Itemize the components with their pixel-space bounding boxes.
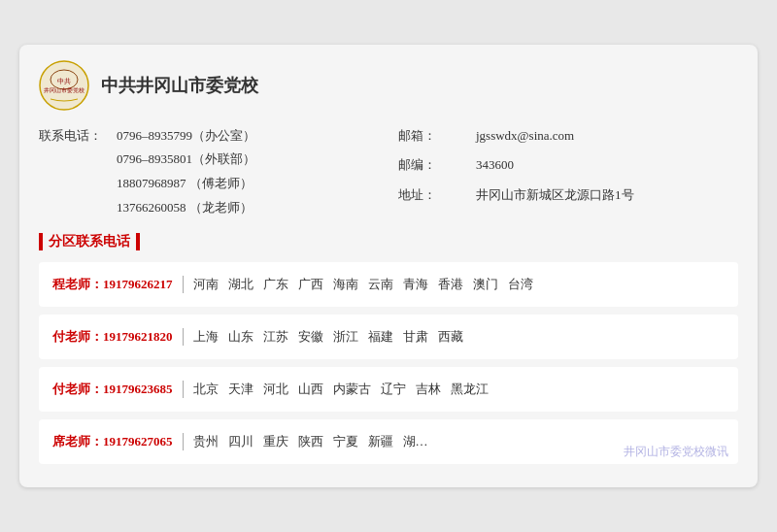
postcode-row: 邮编： 343600 [398, 153, 738, 178]
region-area-item: 海南 [333, 276, 358, 293]
region-area-item: 黑龙江 [451, 381, 489, 398]
phone-ext1-value: 0796–8935801（外联部） [117, 148, 255, 172]
address-row: 地址： 井冈山市新城区龙源口路1号 [398, 183, 738, 208]
phone-ext3-value: 13766260058 （龙老师） [117, 196, 253, 220]
region-area-item: 北京 [193, 381, 219, 398]
region-area-item: 天津 [228, 381, 253, 398]
section-title: 分区联系电话 [49, 233, 130, 250]
region-teacher: 付老师：19179623685 [52, 381, 173, 398]
region-area-item: 新疆 [368, 433, 393, 450]
region-area-item: 山东 [228, 328, 253, 346]
region-area-item: 甘肃 [403, 328, 428, 346]
region-area-item: 陕西 [298, 433, 323, 450]
region-area-item: 山西 [298, 381, 323, 398]
address-value: 井冈山市新城区龙源口路1号 [476, 183, 634, 208]
phone-main-value: 0796–8935799（办公室） [117, 124, 255, 149]
phone-label: 联系电话： [39, 124, 117, 149]
region-area-item: 贵州 [193, 433, 219, 450]
region-area-item: 上海 [193, 328, 219, 346]
postcode-label: 邮编： [398, 153, 476, 178]
region-area-item: 西藏 [438, 328, 463, 346]
contact-grid: 联系电话： 0796–8935799（办公室） 0796–8935801（外联部… [39, 124, 738, 220]
region-area-item: 澳门 [473, 276, 498, 293]
email-value: jgsswdx@sina.com [476, 124, 574, 149]
region-teacher: 程老师：19179626217 [52, 276, 173, 293]
region-area-item: 内蒙古 [333, 381, 371, 398]
region-area-item: 福建 [368, 328, 393, 346]
svg-text:中共: 中共 [57, 78, 71, 85]
region-areas: 北京天津河北山西内蒙古辽宁吉林黑龙江 [193, 381, 489, 398]
region-areas: 贵州四川重庆陕西宁夏新疆湖… [193, 433, 428, 450]
region-divider-icon [183, 381, 184, 398]
contact-right: 邮箱： jgsswdx@sina.com 邮编： 343600 地址： 井冈山市… [398, 124, 738, 220]
region-area-item: 河北 [263, 381, 288, 398]
region-row: 付老师：19179621820上海山东江苏安徽浙江福建甘肃西藏 [39, 315, 738, 359]
region-teacher: 付老师：19179621820 [52, 328, 173, 346]
region-row: 付老师：19179623685北京天津河北山西内蒙古辽宁吉林黑龙江 [39, 367, 738, 412]
bar-left-icon [39, 233, 43, 250]
phone-main-row: 联系电话： 0796–8935799（办公室） [39, 124, 379, 149]
region-divider-icon [183, 433, 184, 450]
region-area-item: 云南 [368, 276, 393, 293]
main-card: 中共 井冈山市委党校 中共井冈山市委党校 联系电话： 0796–8935799（… [19, 45, 758, 488]
region-area-item: 湖北 [228, 276, 253, 293]
email-label: 邮箱： [398, 124, 476, 149]
region-divider-icon [183, 276, 184, 293]
region-area-item: 辽宁 [381, 381, 406, 398]
address-label: 地址： [398, 183, 476, 208]
region-area-item: 宁夏 [333, 433, 358, 450]
phone-ext2-row: 18807968987 （傅老师） [39, 172, 379, 196]
region-area-item: 广西 [298, 276, 323, 293]
region-areas: 河南湖北广东广西海南云南青海香港澳门台湾 [193, 276, 533, 293]
school-logo: 中共 井冈山市委党校 [39, 60, 89, 111]
region-area-item: 台湾 [508, 276, 533, 293]
section-divider: 分区联系电话 [39, 233, 738, 250]
region-teacher: 席老师：19179627065 [52, 433, 173, 450]
region-area-item: 浙江 [333, 328, 358, 346]
watermark: 井冈山市委党校微讯 [624, 444, 728, 460]
region-area-item: 河南 [193, 276, 219, 293]
header: 中共 井冈山市委党校 中共井冈山市委党校 [39, 60, 738, 111]
contact-left: 联系电话： 0796–8935799（办公室） 0796–8935801（外联部… [39, 124, 379, 220]
region-area-item: 吉林 [416, 381, 441, 398]
phone-ext3-row: 13766260058 （龙老师） [39, 196, 379, 220]
phone-ext2-value: 18807968987 （傅老师） [117, 172, 253, 196]
region-divider-icon [183, 328, 184, 346]
svg-text:井冈山市委党校: 井冈山市委党校 [44, 86, 84, 93]
region-area-item: 安徽 [298, 328, 323, 346]
regions-container: 程老师：19179626217河南湖北广东广西海南云南青海香港澳门台湾付老师：1… [39, 262, 738, 464]
region-areas: 上海山东江苏安徽浙江福建甘肃西藏 [193, 328, 463, 346]
region-area-item: 湖… [403, 433, 428, 450]
region-area-item: 香港 [438, 276, 463, 293]
postcode-value: 343600 [476, 153, 514, 178]
region-area-item: 重庆 [263, 433, 288, 450]
svg-point-0 [40, 61, 88, 110]
bar-right-icon [136, 233, 140, 250]
email-row: 邮箱： jgsswdx@sina.com [398, 124, 738, 149]
school-name: 中共井冈山市委党校 [101, 74, 258, 97]
region-row: 席老师：19179627065贵州四川重庆陕西宁夏新疆湖…井冈山市委党校微讯 [39, 419, 738, 464]
region-row: 程老师：19179626217河南湖北广东广西海南云南青海香港澳门台湾 [39, 262, 738, 307]
region-area-item: 四川 [228, 433, 253, 450]
region-area-item: 广东 [263, 276, 288, 293]
region-area-item: 青海 [403, 276, 428, 293]
phone-ext1-row: 0796–8935801（外联部） [39, 148, 379, 172]
region-area-item: 江苏 [263, 328, 288, 346]
